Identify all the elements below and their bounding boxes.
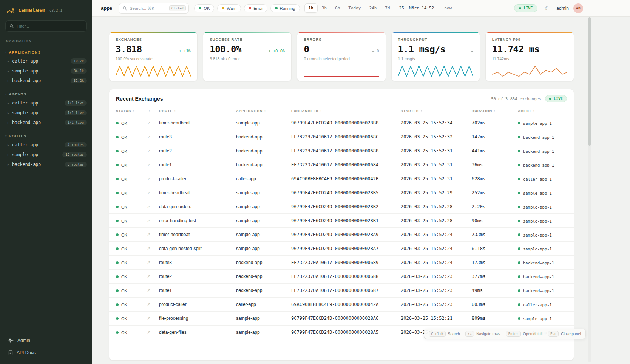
open-detail-icon[interactable]: ↗ — [147, 274, 151, 279]
status-filter-chip[interactable]: OK — [194, 4, 214, 12]
route-name[interactable]: product-caller — [156, 298, 233, 312]
table-row[interactable]: OK ↗ file-processing sample-app 90799F47… — [109, 312, 574, 326]
time-range-button[interactable]: 1h — [304, 3, 318, 13]
table-row[interactable]: OK ↗ route1 backend-app EE7322370A10617-… — [109, 284, 574, 298]
sidebar-item[interactable]: ▸ caller-app 10.7k — [0, 56, 92, 66]
table-row[interactable]: OK ↗ route3 backend-app EE7322370A10617-… — [109, 130, 574, 144]
sidebar-item[interactable]: ▸ backend-app 1/1 live — [0, 118, 92, 127]
sidebar-item[interactable]: ▸ sample-app 16 routes — [0, 150, 92, 160]
sidebar-item[interactable]: ▸ sample-app 1/1 live — [0, 108, 92, 118]
time-range-button[interactable]: Today — [344, 3, 365, 13]
column-header[interactable]: STARTED↕ — [398, 106, 469, 116]
status-filter-chip[interactable]: Running — [270, 4, 300, 12]
scrollbar[interactable] — [588, 17, 591, 362]
table-row[interactable]: OK ↗ route2 backend-app EE7322370A10617-… — [109, 270, 574, 284]
time-range-button[interactable]: 6h — [331, 3, 344, 13]
table-row[interactable]: OK ↗ error-handling-test sample-app 9079… — [109, 214, 574, 228]
dark-mode-toggle[interactable]: ☾ — [542, 3, 552, 13]
open-detail-icon[interactable]: ↗ — [147, 232, 151, 237]
section-header-routes[interactable]: ▾ ROUTES — [0, 132, 92, 140]
open-detail-icon[interactable]: ↗ — [147, 148, 151, 154]
route-name[interactable]: timer-heartbeat — [156, 186, 233, 200]
table-row[interactable]: OK ↗ data-gen-orders sample-app 90799F47… — [109, 200, 574, 214]
table-row[interactable]: OK ↗ route1 backend-app EE7322370A10617-… — [109, 158, 574, 172]
route-name[interactable]: route1 — [156, 158, 233, 172]
scrollbar-thumb[interactable] — [588, 17, 591, 146]
route-name[interactable]: timer-heartbeat — [156, 228, 233, 242]
sidebar-item[interactable]: ▸ backend-app 6 routes — [0, 160, 92, 169]
sidebar-item-admin[interactable]: Admin — [0, 335, 92, 347]
stat-title: LATENCY P99 — [492, 37, 567, 41]
time-range-button[interactable]: 3h — [318, 3, 331, 13]
open-detail-icon[interactable]: ↗ — [147, 190, 151, 195]
column-header[interactable]: DURATION↕ — [469, 106, 515, 116]
status-filter-chip[interactable]: Warn — [217, 4, 241, 12]
table-row[interactable]: OK ↗ product-caller caller-app 69AC90BF8… — [109, 298, 574, 312]
status-label: OK — [121, 177, 127, 181]
column-header[interactable]: ROUTE↕ — [156, 106, 233, 116]
table-row[interactable]: OK ↗ product-caller caller-app 69AC90BF8… — [109, 172, 574, 186]
open-detail-icon[interactable]: ↗ — [147, 176, 151, 181]
open-detail-icon[interactable]: ↗ — [147, 260, 151, 265]
route-name[interactable]: error-handling-test — [156, 214, 233, 228]
global-search[interactable]: Ctrl+K — [119, 3, 189, 14]
sidebar-item[interactable]: ▸ caller-app 1/1 live — [0, 98, 92, 108]
table-live-badge[interactable]: LIVE — [545, 95, 567, 102]
filter-input[interactable] — [17, 24, 83, 28]
open-detail-icon[interactable]: ↗ — [147, 162, 151, 167]
table-row[interactable]: OK ↗ timer-heartbeat sample-app 90799F47… — [109, 228, 574, 242]
duration-value: 702ms — [469, 116, 515, 130]
open-detail-icon[interactable]: ↗ — [147, 288, 151, 293]
open-detail-icon[interactable]: ↗ — [147, 134, 151, 140]
open-detail-icon[interactable]: ↗ — [147, 218, 151, 223]
route-name[interactable]: data-gen-nested-split — [156, 242, 233, 256]
open-detail-icon[interactable]: ↗ — [147, 316, 151, 321]
route-name[interactable]: file-processing — [156, 312, 233, 326]
column-header[interactable]: APPLICATION↕ — [233, 106, 288, 116]
open-detail-icon[interactable]: ↗ — [147, 302, 151, 307]
exchange-id: 69AC90BF8EBC4F9-000000000000042A — [288, 298, 398, 312]
avatar[interactable]: AD — [573, 3, 583, 13]
open-detail-icon[interactable]: ↗ — [147, 330, 151, 335]
sidebar-item[interactable]: ▸ backend-app 32.2k — [0, 76, 92, 86]
route-name[interactable]: timer-heartbeat — [156, 116, 233, 130]
route-name[interactable]: route3 — [156, 130, 233, 144]
duration-value: 628ms — [469, 172, 515, 186]
route-name[interactable]: data-gen-orders — [156, 200, 233, 214]
route-name[interactable]: route2 — [156, 270, 233, 284]
column-header[interactable]: AGENT↕ — [515, 106, 574, 116]
sidebar-filter[interactable] — [5, 20, 87, 32]
table-row[interactable]: OK ↗ route2 backend-app EE7322370A10617-… — [109, 144, 574, 158]
table-row[interactable]: OK ↗ route3 backend-app EE7322370A10617-… — [109, 256, 574, 270]
open-detail-icon[interactable]: ↗ — [147, 204, 151, 209]
column-header[interactable]: ↕ — [144, 106, 156, 116]
sidebar-item[interactable]: ▸ sample-app 84.1k — [0, 66, 92, 76]
route-name[interactable]: route2 — [156, 144, 233, 158]
live-badge[interactable]: LIVE — [514, 4, 537, 12]
time-range-button[interactable]: 7d — [381, 3, 394, 13]
open-detail-icon[interactable]: ↗ — [147, 246, 151, 251]
time-range-button[interactable]: 24h — [365, 3, 381, 13]
stat-delta: ↑ +0.0% — [268, 49, 285, 53]
section-header-applications[interactable]: ▾ APPLICATIONS — [0, 48, 92, 56]
search-input[interactable] — [130, 6, 166, 11]
open-detail-icon[interactable]: ↗ — [147, 120, 151, 126]
status-filter-chip[interactable]: Error — [244, 4, 267, 12]
route-name[interactable]: route3 — [156, 256, 233, 270]
stat-subtitle: 3.818 ok / 0 error — [210, 57, 285, 61]
column-header[interactable]: STATUS↕ — [109, 106, 144, 116]
table-row[interactable]: OK ↗ data-gen-nested-split sample-app 90… — [109, 242, 574, 256]
status-label: OK — [121, 303, 127, 307]
column-header[interactable]: EXCHANGE ID↕ — [288, 106, 398, 116]
camel-logo-icon — [6, 6, 15, 14]
sidebar-item-api-docs[interactable]: API Docs — [0, 347, 92, 359]
app-logo[interactable]: cameleer v3.2.1 — [0, 0, 92, 19]
status-dot — [116, 206, 119, 208]
route-name[interactable]: data-gen-files — [156, 326, 233, 339]
table-row[interactable]: OK ↗ timer-heartbeat sample-app 90799F47… — [109, 186, 574, 200]
route-name[interactable]: route1 — [156, 284, 233, 298]
table-row[interactable]: OK ↗ timer-heartbeat sample-app 90799F47… — [109, 116, 574, 130]
sidebar-item[interactable]: ▸ caller-app 4 routes — [0, 140, 92, 150]
section-header-agents[interactable]: ▾ AGENTS — [0, 90, 92, 98]
route-name[interactable]: product-caller — [156, 172, 233, 186]
